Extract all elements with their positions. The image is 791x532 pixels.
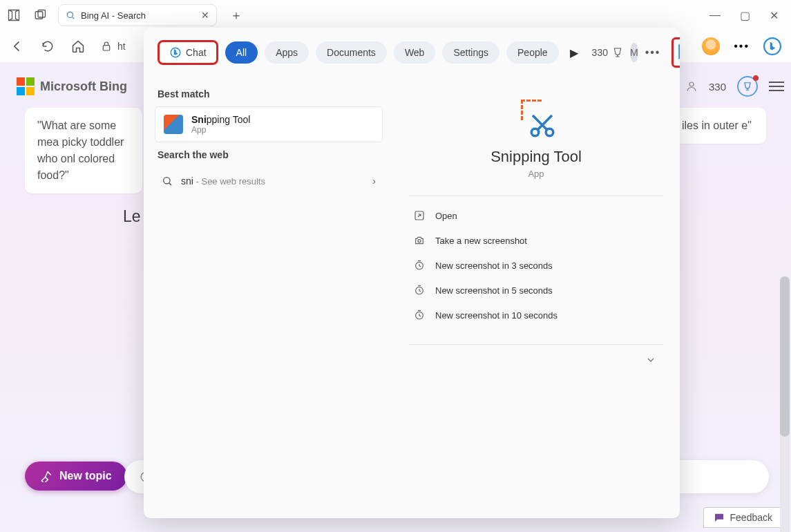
bing-icon bbox=[169, 46, 182, 59]
snipping-tool-large-icon bbox=[515, 98, 557, 140]
user-icon[interactable] bbox=[685, 80, 698, 93]
window-titlebar: Bing AI - Search ✕ ＋ — ▢ ✕ bbox=[0, 0, 791, 30]
windows-search-panel: Chat All Apps Documents Web Settings Peo… bbox=[144, 28, 680, 518]
action-new-screenshot[interactable]: Take a new screenshot bbox=[409, 228, 663, 253]
web-chip[interactable]: Web bbox=[394, 41, 436, 64]
new-topic-label: New topic bbox=[59, 470, 112, 482]
close-tab-icon[interactable]: ✕ bbox=[201, 10, 209, 21]
bing-chat-icon[interactable] bbox=[763, 37, 781, 55]
tab-title: Bing AI - Search bbox=[81, 10, 146, 21]
profile-avatar[interactable] bbox=[702, 37, 720, 55]
suggestion-card-right[interactable]: iles in outer e" bbox=[669, 108, 766, 144]
text-fragment: Le bbox=[123, 207, 141, 226]
bing-bubble-icon bbox=[676, 42, 680, 60]
rewards-points[interactable]: 330 bbox=[592, 47, 623, 58]
timer-icon bbox=[413, 284, 426, 296]
chat-chip-label: Chat bbox=[186, 47, 207, 58]
chevron-right-icon: › bbox=[372, 175, 376, 187]
close-window-button[interactable]: ✕ bbox=[770, 9, 779, 22]
browser-tab[interactable]: Bing AI - Search ✕ bbox=[58, 4, 217, 26]
search-detail-pane: Snipping Tool App Open Take a new screen… bbox=[392, 77, 680, 518]
feedback-icon bbox=[714, 512, 725, 523]
address-bar[interactable]: ht bbox=[101, 41, 126, 52]
brand-text: Microsoft Bing bbox=[40, 79, 127, 94]
bing-chat-launch[interactable] bbox=[671, 37, 680, 68]
people-chip[interactable]: People bbox=[506, 41, 559, 64]
best-match-name: Snipping Tool bbox=[191, 114, 250, 125]
action-delay-5[interactable]: New screenshot in 5 seconds bbox=[409, 278, 663, 303]
best-match-sub: App bbox=[191, 125, 250, 135]
timer-icon bbox=[413, 259, 426, 272]
svg-point-8 bbox=[164, 178, 170, 184]
broom-icon bbox=[40, 470, 53, 482]
hamburger-menu[interactable] bbox=[769, 82, 784, 91]
workspace-icon[interactable] bbox=[6, 7, 22, 23]
best-match-heading: Best match bbox=[158, 88, 383, 99]
address-text: ht bbox=[117, 41, 126, 52]
svg-point-6 bbox=[689, 82, 694, 86]
rewards-badge[interactable] bbox=[737, 76, 758, 97]
home-button[interactable] bbox=[70, 39, 86, 54]
web-query-text: sni - See web results bbox=[181, 175, 265, 187]
chevron-down-icon bbox=[645, 354, 656, 365]
feedback-label: Feedback bbox=[730, 512, 772, 523]
open-icon bbox=[413, 209, 426, 222]
menu-dots-icon[interactable]: ••• bbox=[734, 40, 750, 53]
search-icon bbox=[162, 175, 173, 187]
tab-actions-icon[interactable] bbox=[32, 7, 48, 23]
new-topic-button[interactable]: New topic bbox=[25, 462, 127, 491]
more-filters-icon[interactable]: ▶ bbox=[570, 46, 578, 59]
web-search-row[interactable]: sni - See web results › bbox=[155, 167, 383, 195]
apps-chip[interactable]: Apps bbox=[265, 41, 309, 64]
settings-chip[interactable]: Settings bbox=[442, 41, 499, 64]
action-open[interactable]: Open bbox=[409, 203, 663, 228]
rewards-count: 330 bbox=[709, 81, 726, 93]
timer-icon bbox=[413, 309, 426, 321]
maximize-button[interactable]: ▢ bbox=[740, 9, 750, 22]
documents-chip[interactable]: Documents bbox=[316, 41, 387, 64]
best-match-item[interactable]: Snipping Tool App bbox=[155, 106, 383, 142]
all-chip[interactable]: All bbox=[225, 41, 258, 64]
search-web-heading: Search the web bbox=[158, 149, 383, 160]
svg-point-2 bbox=[67, 12, 73, 17]
search-filter-bar: Chat All Apps Documents Web Settings Peo… bbox=[144, 28, 680, 77]
account-avatar[interactable]: M bbox=[630, 43, 638, 62]
detail-title: Snipping Tool bbox=[409, 148, 663, 166]
overflow-dots-icon[interactable]: ••• bbox=[645, 46, 661, 59]
suggestion-card-left[interactable]: "What are some mea picky toddler who onl… bbox=[25, 108, 142, 193]
microsoft-logo-icon bbox=[17, 77, 35, 95]
chat-chip[interactable]: Chat bbox=[158, 40, 218, 65]
action-delay-3[interactable]: New screenshot in 3 seconds bbox=[409, 253, 663, 278]
action-delay-10[interactable]: New screenshot in 10 seconds bbox=[409, 303, 663, 327]
camera-icon bbox=[413, 234, 426, 247]
refresh-button[interactable] bbox=[40, 39, 55, 54]
detail-sub: App bbox=[409, 169, 663, 179]
expand-chevron[interactable] bbox=[409, 354, 663, 365]
minimize-button[interactable]: — bbox=[709, 9, 721, 22]
feedback-button[interactable]: Feedback bbox=[703, 507, 783, 528]
svg-point-12 bbox=[418, 240, 421, 243]
microsoft-bing-logo[interactable]: Microsoft Bing bbox=[17, 77, 127, 95]
lock-icon bbox=[101, 41, 112, 52]
new-tab-button[interactable]: ＋ bbox=[227, 6, 246, 25]
svg-rect-3 bbox=[103, 46, 109, 50]
search-results-left: Best match Snipping Tool App Search the … bbox=[144, 77, 392, 518]
snipping-tool-icon bbox=[164, 115, 183, 134]
trophy-icon bbox=[612, 47, 623, 58]
vertical-scrollbar[interactable] bbox=[780, 276, 790, 532]
back-button[interactable] bbox=[10, 39, 25, 54]
